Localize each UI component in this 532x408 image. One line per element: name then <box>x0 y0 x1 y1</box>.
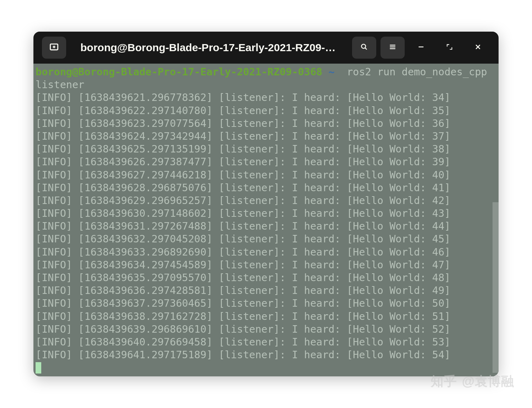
watermark-author: @袁博融 <box>462 373 514 390</box>
log-line: [INFO] [1638439623.297077564] [listener]… <box>36 117 497 130</box>
log-line: [INFO] [1638439638.297162728] [listener]… <box>36 310 497 323</box>
hamburger-icon <box>389 43 396 52</box>
watermark-site: 知乎 <box>431 373 457 390</box>
search-icon <box>361 43 368 52</box>
log-line: [INFO] [1638439634.297454589] [listener]… <box>36 259 497 272</box>
log-line: [INFO] [1638439630.297148602] [listener]… <box>36 207 497 220</box>
terminal-cursor <box>36 362 41 374</box>
log-line: [INFO] [1638439626.297387477] [listener]… <box>36 156 497 168</box>
log-line: [INFO] [1638439632.297045208] [listener]… <box>36 233 497 246</box>
prompt-colon: : <box>322 66 328 78</box>
log-line: [INFO] [1638439627.297446218] [listener]… <box>36 169 497 182</box>
log-output: [INFO] [1638439621.296778362] [listener]… <box>36 91 497 361</box>
log-line: [INFO] [1638439628.296875076] [listener]… <box>36 182 497 194</box>
log-line: [INFO] [1638439640.297669458] [listener]… <box>36 336 497 349</box>
log-line: [INFO] [1638439633.296892690] [listener]… <box>36 246 497 259</box>
svg-line-4 <box>365 48 367 49</box>
watermark: 知乎 @袁博融 <box>431 373 514 390</box>
maximize-button[interactable] <box>437 37 462 59</box>
scrollbar[interactable] <box>493 64 499 376</box>
log-line: [INFO] [1638439639.296869610] [listener]… <box>36 323 497 336</box>
menu-button[interactable] <box>381 37 405 59</box>
log-line: [INFO] [1638439636.297428581] [listener]… <box>36 284 497 297</box>
log-line: [INFO] [1638439631.297267488] [listener]… <box>36 220 497 233</box>
scrollbar-thumb[interactable] <box>493 202 499 373</box>
log-line: [INFO] [1638439641.297175189] [listener]… <box>36 349 497 361</box>
window-title: borong@Borong-Blade-Pro-17-Early-2021-RZ… <box>70 42 348 54</box>
log-line: [INFO] [1638439622.297140780] [listener]… <box>36 104 497 117</box>
new-tab-button[interactable] <box>42 37 66 59</box>
new-tab-icon <box>49 42 59 53</box>
terminal-window: borong@Borong-Blade-Pro-17-Early-2021-RZ… <box>33 32 499 376</box>
log-line: [INFO] [1638439629.296965257] [listener]… <box>36 194 497 207</box>
close-icon <box>474 43 482 52</box>
log-line: [INFO] [1638439635.297095570] [listener]… <box>36 272 497 284</box>
maximize-icon <box>446 43 453 52</box>
search-button[interactable] <box>352 37 376 59</box>
close-button[interactable] <box>466 37 490 59</box>
minimize-button[interactable] <box>409 37 433 59</box>
prompt-line: borong@Borong-Blade-Pro-17-Early-2021-RZ… <box>36 66 497 91</box>
minimize-icon <box>417 43 425 52</box>
prompt-cwd: ~ <box>329 66 335 78</box>
log-line: [INFO] [1638439624.297342944] [listener]… <box>36 130 497 143</box>
log-line: [INFO] [1638439625.297135199] [listener]… <box>36 143 497 156</box>
terminal-body[interactable]: borong@Borong-Blade-Pro-17-Early-2021-RZ… <box>33 64 499 376</box>
prompt-dollar: $ <box>335 66 341 78</box>
titlebar: borong@Borong-Blade-Pro-17-Early-2021-RZ… <box>33 32 499 64</box>
log-line: [INFO] [1638439637.297360465] [listener]… <box>36 297 497 310</box>
prompt-user-host: borong@Borong-Blade-Pro-17-Early-2021-RZ… <box>36 66 322 78</box>
log-line: [INFO] [1638439621.296778362] [listener]… <box>36 91 497 104</box>
